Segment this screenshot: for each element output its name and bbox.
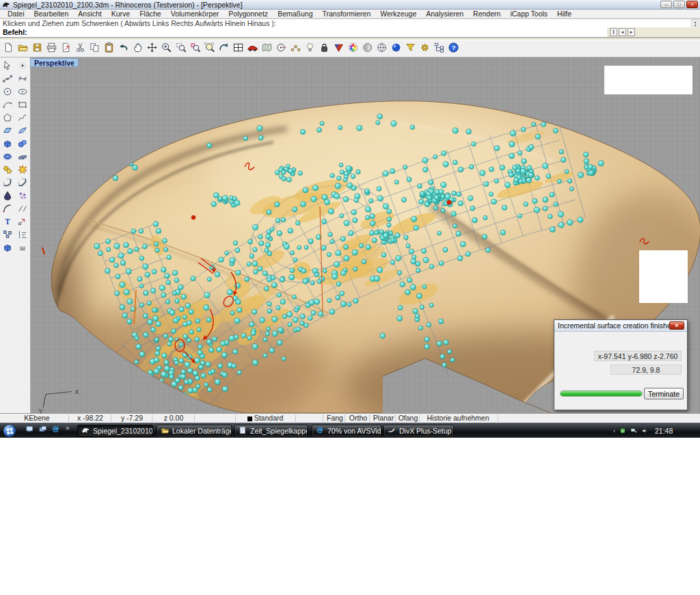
lefttool-group-objects-button[interactable] <box>1 230 14 242</box>
toolbar-options-gear-button[interactable] <box>418 41 432 56</box>
toolbar-car-analysis-button[interactable] <box>245 41 260 56</box>
command-history[interactable]: Klicken und Ziehen zum Schwenken ( Abwär… <box>0 18 700 27</box>
taskbar-task-2[interactable]: Lokaler Datenträger ... <box>157 425 232 437</box>
lefttool-surface-plane-button[interactable] <box>1 126 14 138</box>
toolbar-open-file-button[interactable] <box>16 41 30 56</box>
spinner-down-icon[interactable]: ▼ <box>612 32 615 36</box>
toolbar-render-button[interactable] <box>332 41 346 56</box>
toolbar-pan-view-button[interactable] <box>131 41 145 56</box>
dialog-close-button[interactable]: × <box>669 321 684 330</box>
toolbar-undo-view-button[interactable] <box>217 41 231 56</box>
lefttool-surface-curved-button[interactable] <box>16 126 29 138</box>
menu-fl-che[interactable]: Fläche <box>135 10 166 18</box>
menu-rendern[interactable]: Rendern <box>468 10 505 18</box>
close-button[interactable]: × <box>686 1 698 8</box>
toolbar-undo-button[interactable] <box>116 41 131 56</box>
menu-analysieren[interactable]: Analysieren <box>421 10 468 18</box>
scroll-down-icon[interactable]: ▼ <box>694 24 697 27</box>
quick-launch-overflow-chevron[interactable]: » <box>66 424 70 432</box>
toolbar-lamp-button[interactable] <box>303 41 317 56</box>
menu-ansicht[interactable]: Ansicht <box>73 10 106 18</box>
toolbar-zoom-window-button[interactable] <box>174 41 188 56</box>
lefttool-chamfer-edge-button[interactable] <box>16 178 29 190</box>
lefttool-light-object-button[interactable] <box>16 243 29 255</box>
menu-transformieren[interactable]: Transformieren <box>318 10 376 18</box>
menu-kurve[interactable]: Kurve <box>107 10 135 18</box>
taskbar-clock[interactable]: 21:48 <box>655 427 673 435</box>
lefttool-align-objects-button[interactable] <box>16 230 29 242</box>
menu-volumenk-rper[interactable]: Volumenkörper <box>166 10 224 18</box>
toolbar-zoom-selected-button[interactable] <box>188 41 202 56</box>
status-planar[interactable]: Planar <box>371 414 396 423</box>
toolbar-points-on-button[interactable] <box>288 41 303 56</box>
menu-polygonnetz[interactable]: Polygonnetz <box>224 10 273 18</box>
toolbar-paste-button[interactable] <box>102 41 116 56</box>
toolbar-copy-button[interactable] <box>88 41 102 56</box>
menu-bearbeiten[interactable]: Bearbeiten <box>29 10 74 18</box>
tray-status-icon[interactable] <box>619 427 628 436</box>
lefttool-text-object-button[interactable]: T <box>1 217 14 229</box>
menu-bema-ung[interactable]: Bemaßung <box>273 10 317 18</box>
lefttool-solid-slab-button[interactable] <box>16 152 29 164</box>
status-layer[interactable]: Standard <box>237 414 294 423</box>
menu-werkzeuge[interactable]: Werkzeuge <box>375 10 421 18</box>
taskbar-task-3[interactable]: Zeit_Spiegelkappe.tx... <box>234 425 308 437</box>
toolbar-cut-button[interactable] <box>73 41 88 56</box>
lefttool-arc-button[interactable] <box>1 100 14 112</box>
quicklaunch-window-switch-button[interactable] <box>38 425 49 436</box>
lefttool-curve-handles-button[interactable] <box>16 74 29 86</box>
menu-icapp-tools[interactable]: iCapp Tools <box>505 10 552 18</box>
lefttool-circle-button[interactable] <box>1 87 14 99</box>
lefttool-curve-fillet-button[interactable] <box>1 204 14 216</box>
toolbar-viewport-layout-button[interactable] <box>231 41 245 56</box>
menu-hilfe[interactable]: Hilfe <box>552 10 576 18</box>
taskbar-task-5[interactable]: DivX Plus-Setup <box>383 425 454 437</box>
status-snap[interactable]: Fang <box>324 414 346 423</box>
lefttool-blend-drop-button[interactable] <box>1 191 14 203</box>
tray-volume-icon[interactable] <box>641 427 649 436</box>
status-ortho[interactable]: Ortho <box>346 414 371 423</box>
toolbar-map-analysis-button[interactable] <box>260 41 274 56</box>
lefttool-solid-spheres-button[interactable] <box>16 139 29 151</box>
lefttool-explode-button[interactable] <box>16 165 29 177</box>
terminate-button[interactable]: Terminate <box>644 388 684 399</box>
lefttool-solid-cube-button[interactable] <box>1 243 14 255</box>
toolbar-zoom-extents-button[interactable] <box>202 41 217 56</box>
toolbar-rendered-viewport-button[interactable] <box>389 41 403 56</box>
history-back-button[interactable]: ◄ <box>619 28 626 36</box>
toolbar-save-file-button[interactable] <box>30 41 44 56</box>
tray-network-icon[interactable] <box>630 427 638 436</box>
toolbar-object-hierarchy-button[interactable] <box>432 41 446 56</box>
lefttool-solid-box-button[interactable] <box>1 139 14 151</box>
status-cplane[interactable]: KEbene <box>5 414 68 423</box>
minimize-button[interactable]: – <box>660 1 672 8</box>
quicklaunch-show-desktop-button[interactable] <box>25 425 36 436</box>
command-spinner[interactable]: ▲▼ <box>610 28 617 36</box>
lefttool-single-point-button[interactable] <box>16 61 29 73</box>
toolbar-shaded-viewport-button[interactable] <box>360 41 375 56</box>
toolbar-lock-button[interactable] <box>317 41 332 56</box>
history-forward-button[interactable]: ► <box>628 28 635 36</box>
toolbar-cplane-button[interactable] <box>274 41 288 56</box>
dialog-titlebar[interactable]: Incremental surface creation finished. <box>554 320 687 332</box>
lefttool-curve-blend-button[interactable] <box>16 204 29 216</box>
toolbar-color-wheel-button[interactable] <box>346 41 360 56</box>
viewport-tab-perspektive[interactable]: Perspektive <box>30 58 79 67</box>
toolbar-print-button[interactable] <box>44 41 59 56</box>
lefttool-polygon-button[interactable] <box>1 113 14 125</box>
toolbar-zoom-in-button[interactable] <box>159 41 174 56</box>
toolbar-selection-filter-button[interactable] <box>403 41 418 56</box>
toolbar-new-file-button[interactable] <box>1 41 16 56</box>
start-button[interactable] <box>3 425 16 437</box>
lefttool-ellipse-button[interactable] <box>16 87 29 99</box>
toolbar-rotate-view-button[interactable] <box>145 41 159 56</box>
taskbar-task-1[interactable]: Spiegel_23102010_2... <box>77 425 153 437</box>
status-history[interactable]: Historie aufnehmen <box>420 414 496 423</box>
maximize-button[interactable]: □ <box>673 1 685 8</box>
lefttool-select-button[interactable] <box>1 61 14 73</box>
lefttool-rectangle-button[interactable] <box>16 100 29 112</box>
lefttool-freeform-curve-button[interactable] <box>16 113 29 125</box>
command-input[interactable]: Befehl: ▲▼ ◄ ► <box>0 27 700 38</box>
taskbar-task-4[interactable]: 70% von AVSVideoC... <box>312 425 381 437</box>
lefttool-curve-control-points-button[interactable] <box>1 74 14 86</box>
